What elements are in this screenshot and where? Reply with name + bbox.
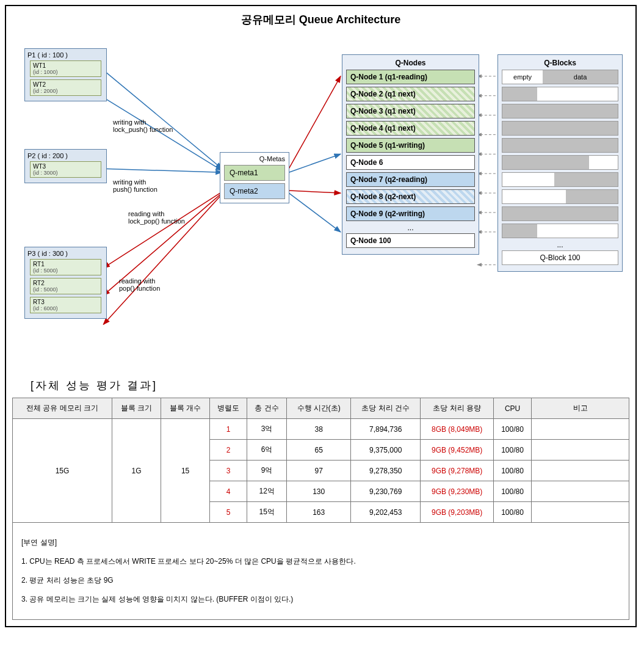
q-block-header-empty: empty xyxy=(502,70,543,84)
process-p3: P3 ( id : 300 ) RT1 (id : 5000) RT2 (id … xyxy=(24,247,107,319)
cell-cpu: 100/80 xyxy=(494,419,532,440)
thread-rt1-id: (id : 5000) xyxy=(33,268,98,274)
th-parallel: 병렬도 xyxy=(210,398,247,419)
q-metas-box: Q-Metas Q-meta1 Q-meta2 xyxy=(220,152,289,203)
cell-cpu: 100/80 xyxy=(494,440,532,461)
table-row: 15G1G1513억387,894,7368GB (8,049MB)100/80 xyxy=(13,419,629,440)
cell-note xyxy=(532,419,629,440)
cell-thr: 8GB (8,049MB) xyxy=(421,419,494,440)
cell-thr: 9GB (9,203MB) xyxy=(421,502,494,523)
cell-block_size: 1G xyxy=(112,419,161,523)
cell-cpu: 100/80 xyxy=(494,461,532,481)
svg-line-1 xyxy=(103,98,222,171)
process-p2: P2 ( id : 200 ) WT3 (id : 3000) xyxy=(24,149,107,183)
thread-rt3-id: (id : 6000) xyxy=(33,305,98,311)
q-block-6 xyxy=(502,172,618,187)
q-meta1: Q-meta1 xyxy=(224,165,285,181)
note-2: 2. 평균 처리 성능은 초당 9G xyxy=(21,575,620,586)
q-node-2: Q-Node 2 (q1 next) xyxy=(346,87,475,101)
cell-parallel: 2 xyxy=(210,440,247,461)
anno-read-pop: reading with pop() function xyxy=(119,277,160,292)
architecture-diagram: P1 ( id : 100 ) WT1 (id : 1000) WT2 (id … xyxy=(12,33,629,372)
q-blocks-panel: Q-Blocks empty data ... Q-Block 100 xyxy=(497,54,623,272)
cell-time: 38 xyxy=(287,419,351,440)
thread-rt3: RT3 (id : 6000) xyxy=(30,297,101,313)
notes-title: [부연 설명] xyxy=(21,537,620,548)
q-block-7 xyxy=(502,189,618,204)
cell-total: 12억 xyxy=(247,481,287,502)
document-frame: 공유메모리 Queue Architecture xyxy=(5,5,637,627)
th-time: 수행 시간(초) xyxy=(287,398,351,419)
q-block-9 xyxy=(502,224,618,238)
q-block-5 xyxy=(502,155,618,170)
q-node-7: Q-Node 7 (q2-reading) xyxy=(346,172,475,187)
th-total: 총 건수 xyxy=(247,398,287,419)
cell-thr: 9GB (9,278MB) xyxy=(421,461,494,481)
q-block-4 xyxy=(502,138,618,153)
cell-time: 163 xyxy=(287,502,351,523)
cell-total: 3억 xyxy=(247,419,287,440)
q-block-100-label: Q-Block 100 xyxy=(540,253,580,262)
th-thr: 초당 처리 용량 xyxy=(421,398,494,419)
thread-rt2: RT2 (id : 5000) xyxy=(30,278,101,294)
q-block-8 xyxy=(502,206,618,221)
q-block-header: empty data xyxy=(502,70,618,84)
q-block-100: Q-Block 100 xyxy=(502,250,618,265)
q-block-2 xyxy=(502,104,618,118)
note-1: 1. CPU는 READ 측 프로세스에서 WRITE 프로세스 보다 20~2… xyxy=(21,556,620,567)
cell-tps: 9,230,769 xyxy=(351,481,421,502)
thread-wt1-name: WT1 xyxy=(33,62,98,69)
performance-table: 전체 공유 메모리 크기 블록 크기 블록 개수 병렬도 총 건수 수행 시간(… xyxy=(12,398,629,523)
cell-thr: 9GB (9,452MB) xyxy=(421,440,494,461)
q-nodes-title: Q-Nodes xyxy=(346,59,475,67)
q-node-6: Q-Node 6 xyxy=(346,155,475,170)
cell-total: 6억 xyxy=(247,440,287,461)
q-node-3: Q-Node 3 (q1 next) xyxy=(346,104,475,118)
cell-block_count: 15 xyxy=(161,419,210,523)
q-node-8: Q-Node 8 (q2-next) xyxy=(346,189,475,204)
svg-line-2 xyxy=(103,169,222,172)
thread-wt3-name: WT3 xyxy=(33,163,98,170)
thread-rt3-name: RT3 xyxy=(33,299,98,305)
svg-line-3 xyxy=(103,192,222,268)
cell-tps: 9,202,453 xyxy=(351,502,421,523)
q-node-4: Q-Node 4 (q1 next) xyxy=(346,121,475,136)
svg-line-8 xyxy=(289,191,341,193)
cell-parallel: 3 xyxy=(210,461,247,481)
notes-box: [부연 설명] 1. CPU는 READ 측 프로세스에서 WRITE 프로세스… xyxy=(12,523,629,620)
q-meta2: Q-meta2 xyxy=(224,183,285,199)
thread-wt3-id: (id : 3000) xyxy=(33,170,98,176)
cell-thr: 9GB (9,230MB) xyxy=(421,481,494,502)
q-node-5: Q-Node 5 (q1-writing) xyxy=(346,138,475,153)
q-blocks-ellipsis: ... xyxy=(502,241,618,249)
q-metas-title: Q-Metas xyxy=(224,155,285,162)
cell-note xyxy=(532,461,629,481)
cell-total: 9억 xyxy=(247,461,287,481)
cell-time: 97 xyxy=(287,461,351,481)
anno-read-lockpop: reading with lock_pop() function xyxy=(128,210,185,225)
th-cpu: CPU xyxy=(494,398,532,419)
cell-total_mem: 15G xyxy=(13,419,112,523)
th-total-mem: 전체 공유 메모리 크기 xyxy=(13,398,112,419)
cell-total: 15억 xyxy=(247,502,287,523)
thread-rt2-name: RT2 xyxy=(33,280,98,286)
cell-time: 65 xyxy=(287,440,351,461)
q-node-1: Q-Node 1 (q1-reading) xyxy=(346,70,475,84)
q-block-1 xyxy=(502,87,618,101)
cell-parallel: 4 xyxy=(210,481,247,502)
cell-note xyxy=(532,440,629,461)
th-tps: 초당 처리 건수 xyxy=(351,398,421,419)
th-block-count: 블록 개수 xyxy=(161,398,210,419)
cell-parallel: 1 xyxy=(210,419,247,440)
process-p1-label: P1 ( id : 100 ) xyxy=(27,51,104,59)
diagram-title: 공유메모리 Queue Architecture xyxy=(12,12,629,27)
cell-tps: 9,375,000 xyxy=(351,440,421,461)
svg-line-9 xyxy=(289,193,341,232)
cell-time: 130 xyxy=(287,481,351,502)
note-3: 3. 공유 메모리는 크기는 실제 성능에 영향을 미치지 않는다. (BUFF… xyxy=(21,594,620,605)
cell-note xyxy=(532,502,629,523)
q-block-header-data: data xyxy=(543,70,618,84)
svg-line-7 xyxy=(289,154,341,172)
q-blocks-title: Q-Blocks xyxy=(502,59,618,67)
thread-wt3: WT3 (id : 3000) xyxy=(30,161,101,178)
